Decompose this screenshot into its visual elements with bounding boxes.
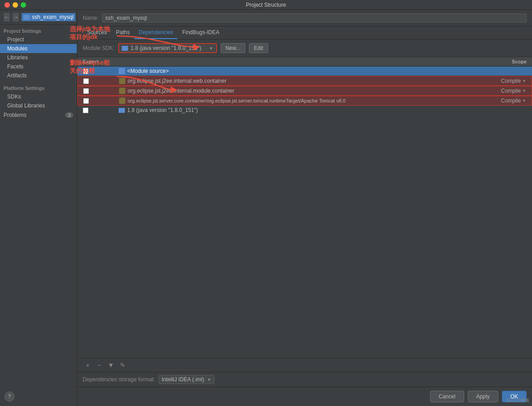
dep-checkbox-2 [83, 88, 119, 94]
forward-button[interactable]: → [13, 13, 19, 22]
jdk-folder-icon [122, 46, 128, 51]
traffic-lights [4, 2, 26, 8]
dep-row-3[interactable]: org.eclipse.jst.server.core.container/or… [77, 96, 532, 106]
dep-scope-3[interactable]: Compile ▼ [481, 98, 526, 104]
jdk-icon-4 [119, 108, 125, 113]
sidebar-item-modules[interactable]: Modules [0, 44, 77, 53]
scope-dropdown-icon-2: ▼ [522, 89, 526, 93]
dep-name-3: org.eclipse.jst.server.core.container/or… [119, 98, 481, 104]
module-header: Name: ssh_exam_mysql [77, 10, 532, 27]
dep-row-2[interactable]: org.eclipse.jst.j2ee.internal.module.con… [77, 86, 532, 96]
apply-button[interactable]: Apply [468, 391, 498, 402]
storage-row: Dependencies storage format: IntelliJ ID… [77, 372, 532, 387]
dep-row-4[interactable]: 1.8 (java version "1.8.0_151") [77, 106, 532, 115]
dep-name-2: org.eclipse.jst.j2ee.internal.module.con… [119, 88, 481, 94]
dep-name-1-text: org.eclipse.jst.j2ee.internal.web.contai… [128, 78, 226, 84]
name-label: Name: [83, 15, 98, 21]
content-area: Name: ssh_exam_mysql Sources Paths Depen… [77, 10, 532, 406]
deps-table-header: Export Scope [77, 57, 532, 67]
cancel-button[interactable]: Cancel [430, 391, 464, 402]
maximize-button[interactable] [21, 2, 26, 8]
sidebar: ← → ssh_exam_mysql Project Settings Proj… [0, 10, 77, 406]
dep-name-source-text: <Module source> [127, 68, 169, 74]
sidebar-item-artifacts[interactable]: Artifacts [0, 71, 77, 80]
sidebar-item-sdks[interactable]: SDKs [0, 92, 77, 101]
project-settings-section: Project Settings [0, 25, 77, 35]
action-buttons: Cancel Apply OK [77, 387, 532, 406]
tabs-row: Sources Paths Dependencies FindBugs-IDEA [77, 27, 532, 40]
sdk-label: Module SDK: [83, 45, 115, 51]
export-checkbox-3[interactable] [83, 98, 89, 104]
module-folder-icon [23, 15, 30, 20]
tab-sources[interactable]: Sources [83, 27, 111, 39]
storage-dropdown[interactable]: IntelliJ IDEA (.iml) ▼ [159, 375, 215, 384]
dep-checkbox-3 [83, 98, 119, 104]
scope-dropdown-icon-1: ▼ [522, 79, 526, 83]
module-source-icon [119, 68, 125, 74]
bottom-toolbar: + − ▼ ✎ [77, 358, 532, 372]
sdk-row: Module SDK: 1.8 (java version "1.8.0_151… [77, 40, 532, 57]
dep-scope-1[interactable]: Compile ▼ [481, 78, 526, 84]
dep-checkbox-4 [83, 107, 119, 113]
dep-row-module-source[interactable]: <Module source> [77, 67, 532, 76]
sidebar-item-facets[interactable]: Facets [0, 62, 77, 71]
dep-name-1: org.eclipse.jst.j2ee.internal.web.contai… [119, 78, 481, 84]
dep-checkbox-source [83, 68, 119, 74]
storage-dropdown-arrow: ▼ [207, 377, 211, 382]
dep-name-3-text: org.eclipse.jst.server.core.container/or… [128, 98, 346, 103]
dep-name-4: 1.8 (java version "1.8.0_151") [119, 107, 482, 113]
problems-badge: 3 [65, 112, 73, 118]
sdk-value: 1.8 (java version "1.8.0_151") [131, 45, 206, 51]
window-title: Project Structure [246, 2, 286, 8]
export-checkbox-2[interactable] [83, 88, 89, 94]
export-checkbox-1[interactable] [83, 78, 89, 84]
dep-scope-2[interactable]: Compile ▼ [481, 88, 526, 94]
edit-sdk-button[interactable]: Edit [249, 43, 268, 53]
sdk-dropdown-arrow: ▼ [209, 46, 213, 51]
sidebar-item-global-libraries[interactable]: Global Libraries [0, 101, 77, 110]
problems-label: Problems [4, 112, 27, 118]
close-button[interactable] [4, 2, 10, 8]
tab-dependencies[interactable]: Dependencies [134, 27, 178, 39]
dep-checkbox-1 [83, 78, 119, 84]
help-button-area: ? [4, 392, 14, 402]
jar-icon-1 [119, 78, 125, 84]
export-col-header: Export [83, 59, 119, 64]
scope-dropdown-icon-3: ▼ [522, 98, 526, 103]
watermark: 51CTO博客 [506, 397, 530, 404]
sidebar-item-libraries[interactable]: Libraries [0, 53, 77, 62]
edit-dep-button[interactable]: ✎ [118, 360, 128, 370]
add-dep-button[interactable]: + [83, 360, 93, 370]
dep-row-1[interactable]: org.eclipse.jst.j2ee.internal.web.contai… [77, 76, 532, 86]
storage-value: IntelliJ IDEA (.iml) [162, 376, 204, 383]
scope-col-header: Scope [482, 59, 527, 64]
tab-paths[interactable]: Paths [111, 27, 134, 39]
storage-label: Dependencies storage format: [83, 376, 155, 383]
module-name-field[interactable]: ssh_exam_mysql [102, 13, 527, 22]
minimize-button[interactable] [13, 2, 18, 8]
module-item-label: ssh_exam_mysql [32, 14, 74, 20]
back-button[interactable]: ← [4, 13, 10, 22]
main-layout: ← → ssh_exam_mysql Project Settings Proj… [0, 10, 532, 406]
help-button[interactable]: ? [4, 392, 14, 402]
sdk-dropdown[interactable]: 1.8 (java version "1.8.0_151") ▼ [118, 43, 217, 53]
dep-name-4-text: 1.8 (java version "1.8.0_151") [127, 107, 198, 113]
sidebar-item-problems[interactable]: Problems 3 [0, 110, 77, 120]
move-down-button[interactable]: ▼ [106, 360, 116, 370]
tab-findbugs[interactable]: FindBugs-IDEA [177, 27, 224, 39]
new-sdk-button[interactable]: New... [221, 43, 245, 53]
sidebar-nav-btns: ← → ssh_exam_mysql [0, 10, 77, 25]
platform-settings-section: Platform Settings [0, 82, 77, 92]
dep-name-source: <Module source> [119, 68, 482, 74]
export-checkbox-4[interactable] [83, 107, 89, 113]
deps-list: <Module source> org.eclipse.jst.j2ee.int… [77, 67, 532, 358]
module-item-ssh-exam-mysql[interactable]: ssh_exam_mysql [22, 13, 75, 21]
jar-icon-2 [119, 88, 125, 94]
jar-icon-3 [119, 98, 125, 104]
remove-dep-button[interactable]: − [94, 360, 104, 370]
sidebar-item-project[interactable]: Project [0, 35, 77, 44]
export-checkbox-source[interactable] [83, 68, 89, 74]
title-bar: Project Structure [0, 0, 532, 10]
dep-name-2-text: org.eclipse.jst.j2ee.internal.module.con… [128, 88, 234, 94]
